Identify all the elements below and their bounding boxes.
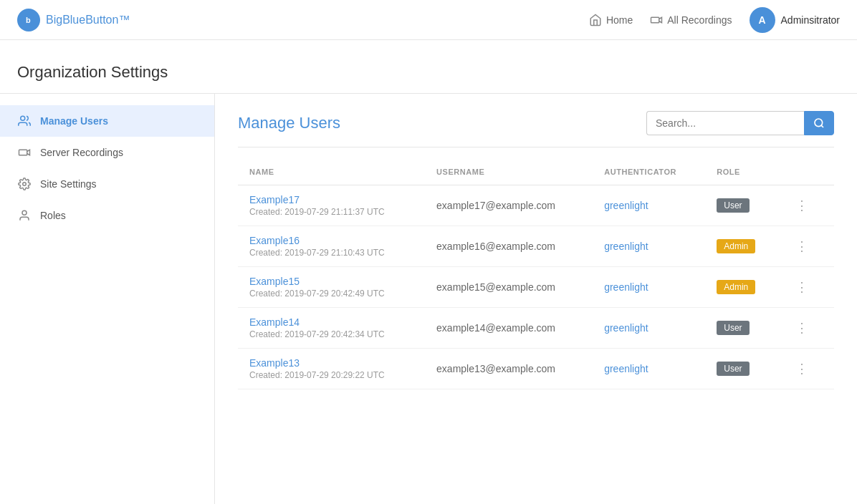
brand-logo: b — [17, 9, 40, 32]
user-initial: A — [758, 14, 765, 26]
role-cell: Admin — [705, 226, 778, 267]
sidebar-item-site-settings[interactable]: Site Settings — [0, 168, 214, 200]
svg-point-6 — [22, 210, 27, 215]
video-icon — [650, 14, 663, 26]
user-name: Example13 — [249, 357, 413, 369]
user-name-cell: Example16 Created: 2019-07-29 21:10:43 U… — [238, 226, 425, 267]
user-name-cell: Example17 Created: 2019-07-29 21:11:37 U… — [238, 185, 425, 226]
role-cell: User — [705, 308, 778, 349]
role-cell: Admin — [705, 267, 778, 308]
role-badge: Admin — [717, 239, 755, 253]
user-name-cell: Example15 Created: 2019-07-29 20:42:49 U… — [238, 267, 425, 308]
table-row: Example16 Created: 2019-07-29 21:10:43 U… — [238, 226, 834, 267]
gear-icon — [17, 177, 32, 191]
user-name-cell: Example14 Created: 2019-07-29 20:42:34 U… — [238, 308, 425, 349]
home-label: Home — [606, 14, 633, 26]
users-table: NAME USERNAME AUTHENTICATOR ROLE Example… — [238, 159, 834, 389]
table-row: Example14 Created: 2019-07-29 20:42:34 U… — [238, 308, 834, 349]
brand: b BigBlueButton™ — [17, 9, 130, 32]
navbar-right: Home All Recordings A Adminsitrator — [589, 7, 840, 33]
role-cell: User — [705, 349, 778, 389]
authenticator-cell: greenlight — [593, 267, 705, 308]
main-layout: Manage Users Server Recordings Site Sett… — [0, 94, 857, 504]
table-row: Example17 Created: 2019-07-29 21:11:37 U… — [238, 185, 834, 226]
authenticator-cell: greenlight — [593, 308, 705, 349]
user-section: A Adminsitrator — [750, 7, 840, 33]
actions-cell: ⋮ — [778, 226, 834, 267]
role-badge: User — [717, 321, 749, 335]
actions-menu-button[interactable]: ⋮ — [790, 236, 814, 256]
authenticator-cell: greenlight — [593, 185, 705, 226]
sidebar-item-roles[interactable]: Roles — [0, 200, 214, 231]
actions-cell: ⋮ — [778, 267, 834, 308]
svg-text:b: b — [26, 16, 31, 24]
user-name-cell: Example13 Created: 2019-07-29 20:29:22 U… — [238, 349, 425, 389]
content-header: Manage Users — [238, 111, 834, 147]
user-avatar: A — [750, 7, 775, 33]
col-role: ROLE — [705, 159, 778, 185]
home-link[interactable]: Home — [589, 14, 633, 26]
page-header: Organization Settings — [0, 40, 857, 94]
authenticator-cell: greenlight — [593, 349, 705, 389]
user-created: Created: 2019-07-29 20:42:34 UTC — [249, 329, 413, 339]
user-created: Created: 2019-07-29 21:10:43 UTC — [249, 248, 413, 258]
username-cell: example17@example.com — [425, 185, 593, 226]
svg-point-7 — [815, 119, 823, 127]
col-name: NAME — [238, 159, 425, 185]
main-content: Manage Users NAME USERNAME AUTHENTICATOR… — [215, 94, 857, 504]
content-title: Manage Users — [238, 114, 340, 132]
navbar: b BigBlueButton™ Home All Recordings A — [0, 0, 857, 40]
brand-logo-svg: b — [22, 14, 35, 26]
user-name: Example15 — [249, 276, 413, 287]
username-cell: example16@example.com — [425, 226, 593, 267]
page-title: Organization Settings — [17, 63, 840, 82]
username-cell: example15@example.com — [425, 267, 593, 308]
sidebar-item-server-recordings[interactable]: Server Recordings — [0, 137, 214, 168]
table-row: Example15 Created: 2019-07-29 20:42:49 U… — [238, 267, 834, 308]
sidebar-item-manage-users[interactable]: Manage Users — [0, 105, 214, 137]
user-name: Example14 — [249, 316, 413, 328]
sidebar-item-manage-users-label: Manage Users — [40, 115, 108, 127]
roles-icon — [17, 208, 32, 223]
svg-rect-2 — [651, 17, 659, 23]
username-cell: example14@example.com — [425, 308, 593, 349]
actions-cell: ⋮ — [778, 308, 834, 349]
search-input[interactable] — [646, 111, 804, 135]
actions-cell: ⋮ — [778, 349, 834, 389]
sidebar: Manage Users Server Recordings Site Sett… — [0, 94, 215, 504]
user-created: Created: 2019-07-29 20:42:49 UTC — [249, 289, 413, 299]
brand-name: BigBlueButton™ — [46, 14, 130, 26]
actions-menu-button[interactable]: ⋮ — [790, 359, 814, 379]
brand-name-suffix: Button™ — [85, 14, 130, 26]
svg-line-8 — [821, 125, 823, 127]
sidebar-item-site-settings-label: Site Settings — [40, 178, 97, 190]
search-box — [646, 111, 834, 135]
table-header: NAME USERNAME AUTHENTICATOR ROLE — [238, 159, 834, 185]
recordings-link[interactable]: All Recordings — [650, 14, 732, 26]
brand-name-prefix: BigBlue — [46, 14, 85, 26]
user-created: Created: 2019-07-29 20:29:22 UTC — [249, 370, 413, 380]
home-icon — [589, 14, 602, 26]
user-name: Example16 — [249, 235, 413, 246]
actions-menu-button[interactable]: ⋮ — [790, 277, 814, 297]
role-badge: User — [717, 362, 749, 376]
sidebar-item-server-recordings-label: Server Recordings — [40, 147, 123, 158]
username-cell: example13@example.com — [425, 349, 593, 389]
actions-menu-button[interactable]: ⋮ — [790, 195, 814, 215]
users-icon — [17, 114, 32, 128]
table-body: Example17 Created: 2019-07-29 21:11:37 U… — [238, 185, 834, 389]
actions-menu-button[interactable]: ⋮ — [790, 318, 814, 338]
server-recordings-icon — [17, 145, 32, 160]
role-badge: User — [717, 198, 749, 213]
search-icon — [813, 117, 825, 129]
table-row: Example13 Created: 2019-07-29 20:29:22 U… — [238, 349, 834, 389]
user-display-name: Adminsitrator — [781, 14, 840, 26]
role-badge: Admin — [717, 280, 755, 294]
sidebar-item-roles-label: Roles — [40, 210, 66, 221]
svg-rect-4 — [19, 150, 27, 155]
user-name: Example17 — [249, 194, 413, 205]
search-button[interactable] — [804, 111, 834, 135]
authenticator-cell: greenlight — [593, 226, 705, 267]
svg-point-3 — [21, 116, 25, 120]
col-authenticator: AUTHENTICATOR — [593, 159, 705, 185]
